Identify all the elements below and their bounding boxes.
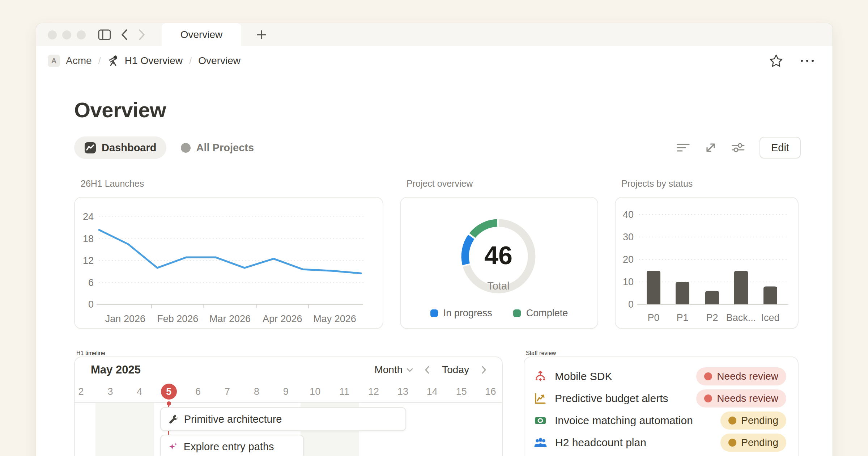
window-minimize-button[interactable] [62,30,71,39]
expand-icon[interactable] [705,142,717,154]
staff-review-label: Staff review [526,350,799,356]
timeline-next-icon[interactable] [481,366,487,374]
timeline-body: Primitive architectureExplore entry path… [75,403,502,456]
staff-item-title: Mobile SDK [555,370,612,383]
task-bar-primitive-architecture[interactable]: Primitive architecture [160,407,406,431]
status-label: Pending [741,415,778,426]
breadcrumb-current[interactable]: Overview [198,55,241,67]
workspace-avatar[interactable]: A [48,55,60,67]
tab-label: Overview [180,29,223,41]
launches-chart-label: 26H1 Launches [81,178,383,189]
sidebar-toggle-icon[interactable] [98,29,111,41]
status-dot [728,439,736,447]
timeline-day-2[interactable]: 2 [74,383,96,401]
staff-item-title: Invoice matching automation [555,414,693,427]
status-badge: Pending [720,411,786,430]
window-controls [36,23,86,46]
projects-by-status-label: Projects by status [621,178,799,189]
svg-text:10: 10 [623,276,634,287]
view-tab-all-projects-label: All Projects [196,142,254,154]
breadcrumb-workspace[interactable]: Acme [66,55,92,67]
timeline-view-selector[interactable]: Month [374,364,413,376]
svg-text:Back...: Back... [726,312,756,323]
window-close-button[interactable] [48,30,57,39]
svg-text:Apr 2026: Apr 2026 [263,313,302,324]
legend-item-complete: Complete [513,308,568,319]
edit-button[interactable]: Edit [760,137,801,159]
timeline-prev-icon[interactable] [424,366,430,374]
svg-text:40: 40 [623,209,634,220]
project-overview-label: Project overview [407,178,598,189]
status-dot [728,417,736,425]
task-title: Primitive architecture [184,413,282,425]
banknote-icon [534,414,547,427]
svg-text:Iced: Iced [761,312,779,323]
breadcrumb-parent[interactable]: H1 Overview [125,55,183,67]
svg-text:0: 0 [628,299,634,310]
timeline-month-title: May 2025 [91,363,141,376]
staff-row-predictive-budget-alerts[interactable]: Predictive budget alertsNeeds review [534,387,786,409]
task-title: Explore entry paths [184,441,274,453]
timeline-today-button[interactable]: Today [441,364,471,376]
new-tab-icon[interactable] [256,29,267,41]
view-tab-dashboard[interactable]: Dashboard [74,136,166,159]
staff-item-title: Predictive budget alerts [555,392,668,405]
edit-button-label: Edit [771,142,789,154]
task-bar-explore-entry-paths[interactable]: Explore entry paths [160,435,304,456]
chart-increasing-icon [534,392,547,405]
svg-text:Feb 2026: Feb 2026 [157,313,198,324]
telescope-icon [107,55,119,67]
staff-row-h2-headcount-plan[interactable]: H2 headcount planPending [534,431,786,453]
tab-overview[interactable]: Overview [162,23,241,46]
today-dot [167,401,171,406]
window-zoom-button[interactable] [77,30,86,39]
launches-chart-card: 06121824Jan 2026Feb 2026Mar 2026Apr 2026… [74,197,383,329]
today-date-badge: 5 [161,384,177,400]
timeline-day-8[interactable]: 8 [242,383,271,401]
timeline-day-15[interactable]: 15 [447,383,476,401]
people-icon [534,436,547,449]
line-chart: 06121824Jan 2026Feb 2026Mar 2026Apr 2026… [75,198,383,328]
legend-label: In progress [443,308,492,319]
timeline-day-14[interactable]: 14 [417,383,447,401]
timeline-day-3[interactable]: 3 [95,383,125,401]
browser-tab-strip: Overview [36,23,833,46]
legend-swatch [430,309,438,317]
status-badge: Pending [720,434,786,452]
status-badge: Needs review [696,389,786,408]
projects-by-status-card: 010203040P0P1P2Back...Iced [615,197,799,329]
wrench-icon [168,414,178,424]
staff-row-invoice-matching-automation[interactable]: Invoice matching automationPending [534,409,786,431]
timeline-day-10[interactable]: 10 [300,383,330,401]
breadcrumb-separator: / [98,55,102,67]
legend-swatch [513,309,521,317]
view-tab-all-projects[interactable]: All Projects [181,142,254,154]
more-options-icon[interactable] [801,60,814,62]
staff-row-mobile-sdk[interactable]: Mobile SDKNeeds review [534,365,786,387]
status-dot [704,372,712,380]
timeline-day-16[interactable]: 16 [476,383,503,401]
timeline-day-6[interactable]: 6 [183,383,213,401]
settings-sliders-icon[interactable] [731,142,745,153]
timeline-day-11[interactable]: 11 [329,383,359,401]
back-chevron-icon[interactable] [120,29,128,41]
favorite-star-icon[interactable] [769,54,783,68]
timeline-day-12[interactable]: 12 [359,383,388,401]
svg-text:P1: P1 [676,312,688,323]
svg-text:18: 18 [83,233,94,244]
timeline-day-7[interactable]: 7 [213,383,242,401]
timeline-day-4[interactable]: 4 [125,383,154,401]
svg-text:6: 6 [88,277,94,288]
filter-icon[interactable] [676,142,690,153]
timeline-day-5[interactable]: 5 [154,383,184,401]
sparkle-icon [168,442,178,452]
timeline-card: May 2025 Month Today 2345678910111213141… [74,356,503,456]
staff-review-column: Staff review Mobile SDKNeeds reviewPredi… [524,350,799,456]
staff-review-card: Mobile SDKNeeds reviewPredictive budget … [524,356,799,456]
timeline-day-13[interactable]: 13 [388,383,418,401]
forward-chevron-icon[interactable] [138,29,146,41]
weekend-band [95,403,154,456]
svg-text:Total: Total [487,280,509,292]
timeline-label: H1 timeline [76,350,503,356]
timeline-day-9[interactable]: 9 [271,383,301,401]
